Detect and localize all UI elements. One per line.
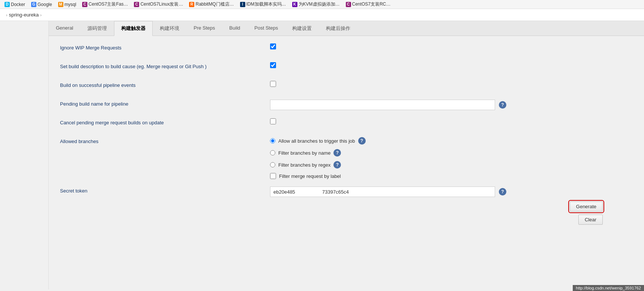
row-set-build-desc: Set build description to build cause (eg… — [60, 62, 633, 73]
clear-button[interactable]: Clear — [578, 215, 603, 225]
radio-row-all-branches: Allow all branches to trigger this job ? — [270, 137, 366, 145]
bookmark-centos3[interactable]: C CentOS7支装RC… — [344, 1, 392, 7]
breadcrumb-chevron-left: › — [6, 13, 8, 17]
control-set-build-desc — [270, 62, 633, 68]
input-secret-token[interactable] — [270, 187, 495, 197]
radio-row-filter-label: Filter merge request by label — [270, 173, 366, 179]
status-bar: http://blog.csdn.net/wenip_3591762 — [573, 285, 644, 290]
row-secret-token: Secret token ? — [60, 187, 633, 198]
label-ignore-wip: Ignore WIP Merge Requests — [60, 43, 270, 51]
tab-build[interactable]: Build — [222, 21, 247, 36]
help-icon-filter-regex[interactable]: ? — [333, 161, 341, 169]
help-icon-all-branches[interactable]: ? — [358, 137, 366, 145]
tab-general[interactable]: General — [49, 21, 80, 36]
control-pending-build: ? — [270, 100, 633, 110]
row-pending-build: Pending build name for pipeline ? — [60, 100, 633, 111]
tab-bar: General 源码管理 构建触发器 构建环境 Pre Steps Build … — [49, 21, 644, 36]
breadcrumb-chevron-right: › — [40, 13, 42, 17]
bookmark-google[interactable]: G Google — [30, 2, 54, 7]
bookmark-favicon-centos2: C — [134, 2, 139, 7]
bookmarks-bar: D Docker G Google M mysql C CentOS7主装Fas… — [0, 0, 644, 9]
checkbox-set-build-desc[interactable] — [270, 62, 276, 68]
row-allowed-branches: Allowed branches Allow all branches to t… — [60, 137, 633, 179]
bookmark-favicon-idm: I — [240, 2, 245, 7]
checkbox-build-on-success[interactable] — [270, 81, 276, 87]
bookmark-label-mysql: mysql — [65, 2, 76, 7]
button-row: Generate — [60, 201, 633, 212]
bookmark-docker[interactable]: D Docker — [3, 2, 27, 7]
label-set-build-desc: Set build description to build cause (eg… — [60, 62, 270, 69]
bookmark-label-centos1: CentOS7主装Fas… — [89, 1, 128, 7]
input-pending-build[interactable] — [270, 100, 495, 110]
bookmark-label-docker: Docker — [11, 2, 25, 7]
checkbox-filter-label[interactable] — [270, 173, 276, 179]
tab-build-trigger[interactable]: 构建触发器 — [114, 21, 153, 36]
help-icon-secret-token[interactable]: ? — [499, 188, 506, 195]
control-cancel-pending — [270, 118, 633, 124]
content-panel: General 源码管理 构建触发器 构建环境 Pre Steps Build … — [49, 21, 644, 290]
bookmark-favicon-google: G — [31, 2, 36, 7]
bookmark-label-rabbitmq: RabbitMQ门槛店… — [195, 1, 234, 7]
control-allowed-branches: Allow all branches to trigger this job ?… — [270, 137, 633, 179]
main-container: General 源码管理 构建触发器 构建环境 Pre Steps Build … — [0, 21, 644, 290]
status-url: http://blog.csdn.net/wenip_3591762 — [576, 286, 641, 290]
control-ignore-wip — [270, 43, 633, 49]
breadcrumb: › spring-eureka › — [0, 9, 644, 21]
bookmark-kvm[interactable]: K 为KVM虚拟扬添加… — [291, 1, 341, 7]
radio-filter-regex[interactable] — [270, 162, 275, 167]
checkbox-ignore-wip[interactable] — [270, 43, 276, 49]
bookmark-centos2[interactable]: C CentOS7Linux发装… — [132, 1, 185, 7]
checkbox-cancel-pending[interactable] — [270, 118, 276, 124]
tab-build-settings[interactable]: 构建设置 — [285, 21, 319, 36]
label-radio-filter-label: Filter merge request by label — [279, 173, 341, 179]
label-radio-filter-regex: Filter branches by regex — [278, 162, 330, 168]
radio-filter-name[interactable] — [270, 150, 275, 155]
row-cancel-pending: Cancel pending merge request builds on u… — [60, 118, 633, 130]
form-content: Ignore WIP Merge Requests Set build desc… — [49, 36, 644, 232]
bookmark-mysql[interactable]: M mysql — [57, 2, 78, 7]
bookmark-favicon-docker: D — [5, 2, 10, 7]
label-radio-all-branches: Allow all branches to trigger this job — [278, 138, 355, 144]
label-secret-token: Secret token — [60, 187, 270, 194]
bookmark-favicon-centos1: C — [82, 2, 87, 7]
tab-post-steps[interactable]: Post Steps — [247, 21, 285, 36]
control-secret-token: ? — [270, 187, 633, 197]
bookmark-favicon-centos3: C — [346, 2, 351, 7]
bookmark-idm[interactable]: I IDM加载脚本实玛… — [239, 1, 288, 7]
row-build-on-success: Build on successful pipeline events — [60, 81, 633, 92]
bookmark-favicon-mysql: M — [58, 2, 63, 7]
tab-pre-steps[interactable]: Pre Steps — [186, 21, 222, 36]
row-ignore-wip: Ignore WIP Merge Requests — [60, 43, 633, 55]
label-pending-build: Pending build name for pipeline — [60, 100, 270, 107]
tab-post-build[interactable]: 构建后操作 — [319, 21, 357, 36]
left-sidebar — [0, 21, 49, 290]
radio-group-branches: Allow all branches to trigger this job ?… — [270, 137, 366, 179]
label-build-on-success: Build on successful pipeline events — [60, 81, 270, 88]
label-allowed-branches: Allowed branches — [60, 137, 270, 144]
radio-row-filter-regex: Filter branches by regex ? — [270, 161, 366, 169]
help-icon-pending-build[interactable]: ? — [499, 101, 506, 109]
bookmark-favicon-rabbitmq: R — [189, 2, 194, 7]
bookmark-label-centos3: CentOS7支装RC… — [352, 1, 391, 7]
label-radio-filter-name: Filter branches by name — [278, 150, 330, 156]
bookmark-rabbitmq[interactable]: R RabbitMQ门槛店… — [188, 1, 235, 7]
bookmark-label-centos2: CentOS7Linux发装… — [140, 1, 183, 7]
label-cancel-pending: Cancel pending merge request builds on u… — [60, 118, 270, 125]
generate-button[interactable]: Generate — [570, 201, 603, 212]
clear-button-row: Clear — [60, 215, 633, 225]
bookmark-label-google: Google — [38, 2, 52, 7]
bookmark-label-idm: IDM加载脚本实玛… — [246, 1, 286, 7]
radio-row-filter-name: Filter branches by name ? — [270, 149, 366, 157]
tab-build-env[interactable]: 构建环境 — [153, 21, 186, 36]
radio-all-branches[interactable] — [270, 138, 275, 143]
tab-source[interactable]: 源码管理 — [80, 21, 114, 36]
bookmark-centos1[interactable]: C CentOS7主装Fas… — [81, 1, 129, 7]
breadcrumb-project[interactable]: spring-eureka — [9, 12, 39, 18]
bookmark-favicon-kvm: K — [292, 2, 297, 7]
bookmark-label-kvm: 为KVM虚拟扬添加… — [299, 1, 340, 7]
help-icon-filter-name[interactable]: ? — [333, 149, 341, 157]
control-build-on-success — [270, 81, 633, 87]
